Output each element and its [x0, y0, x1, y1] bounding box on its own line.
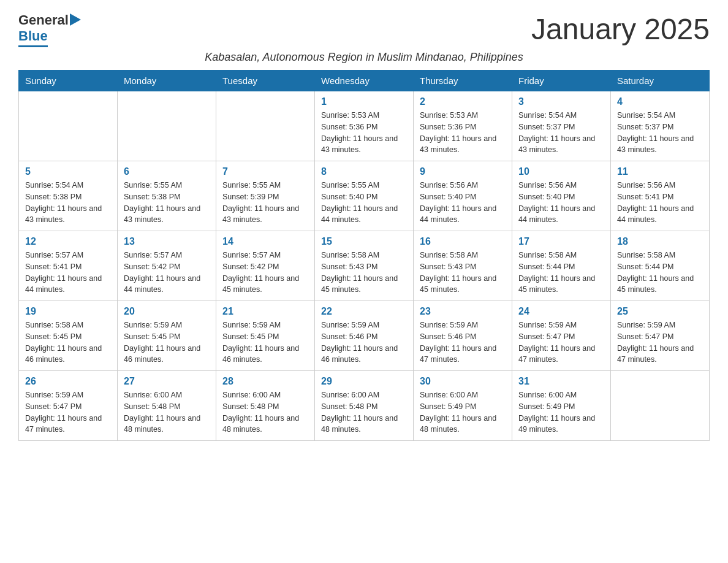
day-info: Sunrise: 5:56 AMSunset: 5:41 PMDaylight:… — [617, 180, 703, 226]
day-number: 22 — [321, 306, 407, 317]
calendar-week-row: 5Sunrise: 5:54 AMSunset: 5:38 PMDaylight… — [19, 161, 710, 231]
calendar-day-header: Sunday — [19, 71, 118, 91]
page-title: January 2025 — [531, 12, 710, 46]
day-number: 29 — [321, 376, 407, 387]
calendar-cell: 1Sunrise: 5:53 AMSunset: 5:36 PMDaylight… — [315, 91, 414, 161]
calendar-cell: 8Sunrise: 5:55 AMSunset: 5:40 PMDaylight… — [315, 161, 414, 231]
day-info: Sunrise: 5:57 AMSunset: 5:41 PMDaylight:… — [25, 250, 111, 296]
day-info: Sunrise: 5:58 AMSunset: 5:43 PMDaylight:… — [420, 250, 506, 296]
calendar-cell: 11Sunrise: 5:56 AMSunset: 5:41 PMDayligh… — [611, 161, 710, 231]
calendar-cell: 27Sunrise: 6:00 AMSunset: 5:48 PMDayligh… — [118, 371, 216, 441]
day-number: 27 — [124, 376, 210, 387]
day-number: 23 — [420, 306, 506, 317]
calendar-cell: 13Sunrise: 5:57 AMSunset: 5:42 PMDayligh… — [118, 231, 216, 301]
day-info: Sunrise: 5:59 AMSunset: 5:47 PMDaylight:… — [617, 320, 703, 366]
calendar-cell: 18Sunrise: 5:58 AMSunset: 5:44 PMDayligh… — [611, 231, 710, 301]
calendar-day-header: Tuesday — [216, 71, 315, 91]
calendar-cell: 6Sunrise: 5:55 AMSunset: 5:38 PMDaylight… — [118, 161, 216, 231]
day-number: 8 — [321, 166, 407, 177]
day-info: Sunrise: 5:53 AMSunset: 5:36 PMDaylight:… — [321, 110, 407, 156]
calendar-cell: 16Sunrise: 5:58 AMSunset: 5:43 PMDayligh… — [414, 231, 512, 301]
day-number: 17 — [518, 236, 604, 247]
day-info: Sunrise: 5:58 AMSunset: 5:44 PMDaylight:… — [518, 250, 604, 296]
calendar-cell: 17Sunrise: 5:58 AMSunset: 5:44 PMDayligh… — [512, 231, 611, 301]
calendar-cell: 12Sunrise: 5:57 AMSunset: 5:41 PMDayligh… — [19, 231, 118, 301]
day-info: Sunrise: 5:59 AMSunset: 5:46 PMDaylight:… — [321, 320, 407, 366]
calendar-cell: 15Sunrise: 5:58 AMSunset: 5:43 PMDayligh… — [315, 231, 414, 301]
day-number: 13 — [124, 236, 210, 247]
calendar-cell: 31Sunrise: 6:00 AMSunset: 5:49 PMDayligh… — [512, 371, 611, 441]
calendar-cell: 9Sunrise: 5:56 AMSunset: 5:40 PMDaylight… — [414, 161, 512, 231]
day-number: 26 — [25, 376, 111, 387]
calendar-cell: 3Sunrise: 5:54 AMSunset: 5:37 PMDaylight… — [512, 91, 611, 161]
calendar-cell: 26Sunrise: 5:59 AMSunset: 5:47 PMDayligh… — [19, 371, 118, 441]
day-number: 19 — [25, 306, 111, 317]
calendar-cell: 19Sunrise: 5:58 AMSunset: 5:45 PMDayligh… — [19, 301, 118, 371]
day-number: 24 — [518, 306, 604, 317]
day-number: 16 — [420, 236, 506, 247]
calendar-cell: 24Sunrise: 5:59 AMSunset: 5:47 PMDayligh… — [512, 301, 611, 371]
calendar-cell: 28Sunrise: 6:00 AMSunset: 5:48 PMDayligh… — [216, 371, 315, 441]
day-info: Sunrise: 5:56 AMSunset: 5:40 PMDaylight:… — [518, 180, 604, 226]
day-info: Sunrise: 5:55 AMSunset: 5:40 PMDaylight:… — [321, 180, 407, 226]
calendar-cell: 23Sunrise: 5:59 AMSunset: 5:46 PMDayligh… — [414, 301, 512, 371]
calendar-cell: 4Sunrise: 5:54 AMSunset: 5:37 PMDaylight… — [611, 91, 710, 161]
calendar-cell: 20Sunrise: 5:59 AMSunset: 5:45 PMDayligh… — [118, 301, 216, 371]
day-info: Sunrise: 5:53 AMSunset: 5:36 PMDaylight:… — [420, 110, 506, 156]
calendar-cell: 21Sunrise: 5:59 AMSunset: 5:45 PMDayligh… — [216, 301, 315, 371]
day-number: 11 — [617, 166, 703, 177]
calendar-day-header: Monday — [118, 71, 216, 91]
calendar-cell: 22Sunrise: 5:59 AMSunset: 5:46 PMDayligh… — [315, 301, 414, 371]
logo-blue: Blue — [18, 28, 48, 44]
day-number: 15 — [321, 236, 407, 247]
day-info: Sunrise: 5:58 AMSunset: 5:45 PMDaylight:… — [25, 320, 111, 366]
day-number: 10 — [518, 166, 604, 177]
calendar-cell: 10Sunrise: 5:56 AMSunset: 5:40 PMDayligh… — [512, 161, 611, 231]
day-number: 3 — [518, 96, 604, 107]
calendar-cell — [611, 371, 710, 441]
day-info: Sunrise: 5:58 AMSunset: 5:43 PMDaylight:… — [321, 250, 407, 296]
day-info: Sunrise: 6:00 AMSunset: 5:49 PMDaylight:… — [518, 389, 604, 435]
day-info: Sunrise: 5:58 AMSunset: 5:44 PMDaylight:… — [617, 250, 703, 296]
calendar-cell: 7Sunrise: 5:55 AMSunset: 5:39 PMDaylight… — [216, 161, 315, 231]
day-number: 31 — [518, 376, 604, 387]
day-info: Sunrise: 5:54 AMSunset: 5:37 PMDaylight:… — [518, 110, 604, 156]
day-number: 28 — [222, 376, 308, 387]
logo: General Blue — [18, 12, 81, 47]
calendar-table: SundayMondayTuesdayWednesdayThursdayFrid… — [18, 70, 710, 441]
day-info: Sunrise: 6:00 AMSunset: 5:49 PMDaylight:… — [420, 389, 506, 435]
calendar-day-header: Friday — [512, 71, 611, 91]
calendar-cell: 2Sunrise: 5:53 AMSunset: 5:36 PMDaylight… — [414, 91, 512, 161]
calendar-cell: 25Sunrise: 5:59 AMSunset: 5:47 PMDayligh… — [611, 301, 710, 371]
calendar-cell — [216, 91, 315, 161]
calendar-day-header: Thursday — [414, 71, 512, 91]
day-number: 14 — [222, 236, 308, 247]
day-number: 1 — [321, 96, 407, 107]
logo-general: General — [18, 12, 69, 28]
day-number: 18 — [617, 236, 703, 247]
day-info: Sunrise: 5:55 AMSunset: 5:39 PMDaylight:… — [222, 180, 308, 226]
day-info: Sunrise: 5:59 AMSunset: 5:47 PMDaylight:… — [518, 320, 604, 366]
logo-arrow-icon — [69, 12, 81, 28]
calendar-cell: 30Sunrise: 6:00 AMSunset: 5:49 PMDayligh… — [414, 371, 512, 441]
calendar-cell — [118, 91, 216, 161]
day-info: Sunrise: 5:59 AMSunset: 5:46 PMDaylight:… — [420, 320, 506, 366]
calendar-cell: 29Sunrise: 6:00 AMSunset: 5:48 PMDayligh… — [315, 371, 414, 441]
day-number: 25 — [617, 306, 703, 317]
calendar-week-row: 1Sunrise: 5:53 AMSunset: 5:36 PMDaylight… — [19, 91, 710, 161]
calendar-day-header: Saturday — [611, 71, 710, 91]
day-number: 9 — [420, 166, 506, 177]
day-number: 4 — [617, 96, 703, 107]
day-number: 5 — [25, 166, 111, 177]
calendar-cell: 14Sunrise: 5:57 AMSunset: 5:42 PMDayligh… — [216, 231, 315, 301]
day-number: 6 — [124, 166, 210, 177]
page-subtitle: Kabasalan, Autonomous Region in Muslim M… — [18, 51, 710, 64]
day-info: Sunrise: 5:54 AMSunset: 5:37 PMDaylight:… — [617, 110, 703, 156]
day-info: Sunrise: 5:55 AMSunset: 5:38 PMDaylight:… — [124, 180, 210, 226]
day-number: 12 — [25, 236, 111, 247]
day-info: Sunrise: 5:57 AMSunset: 5:42 PMDaylight:… — [124, 250, 210, 296]
calendar-cell — [19, 91, 118, 161]
day-info: Sunrise: 5:59 AMSunset: 5:47 PMDaylight:… — [25, 389, 111, 435]
day-info: Sunrise: 5:56 AMSunset: 5:40 PMDaylight:… — [420, 180, 506, 226]
day-info: Sunrise: 5:59 AMSunset: 5:45 PMDaylight:… — [222, 320, 308, 366]
